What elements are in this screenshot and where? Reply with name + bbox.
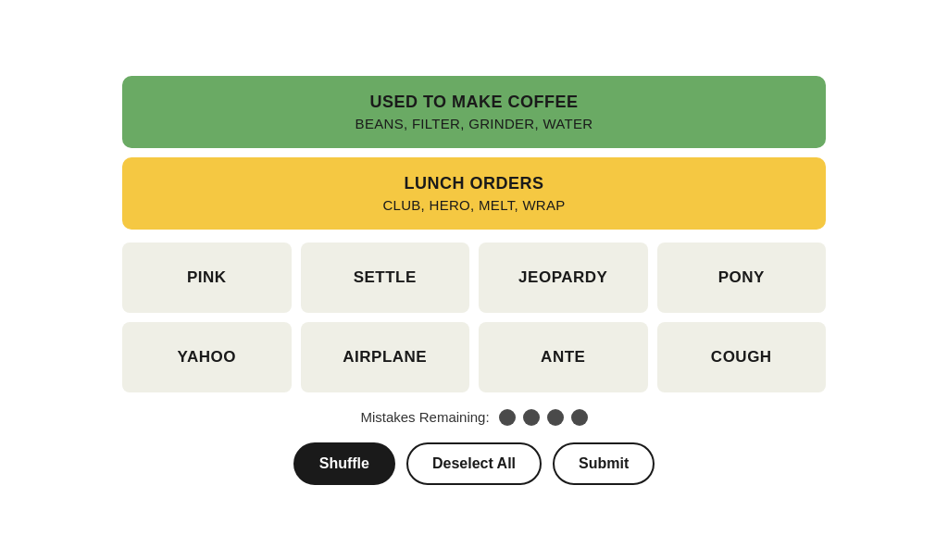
word-grid: PINKSETTLEJEOPARDYPONYYAHOOAIRPLANEANTEC… xyxy=(122,243,826,392)
mistakes-label: Mistakes Remaining: xyxy=(360,409,489,425)
mistakes-dots xyxy=(499,409,588,426)
mistake-dot-1 xyxy=(499,409,516,426)
category-title-yellow: LUNCH ORDERS xyxy=(141,174,807,193)
categories-container: USED TO MAKE COFFEE BEANS, FILTER, GRIND… xyxy=(122,76,826,230)
buttons-section: Shuffle Deselect All Submit xyxy=(122,442,826,485)
mistake-dot-3 xyxy=(547,409,564,426)
category-card-green: USED TO MAKE COFFEE BEANS, FILTER, GRIND… xyxy=(122,76,826,148)
mistake-dot-4 xyxy=(571,409,588,426)
category-card-yellow: LUNCH ORDERS CLUB, HERO, MELT, WRAP xyxy=(122,157,826,230)
word-tile-yahoo[interactable]: YAHOO xyxy=(122,322,292,392)
submit-button[interactable]: Submit xyxy=(553,442,655,485)
word-tile-ante[interactable]: ANTE xyxy=(479,322,648,392)
deselect-button[interactable]: Deselect All xyxy=(406,442,542,485)
word-tile-pink[interactable]: PINK xyxy=(122,243,292,313)
category-words-green: BEANS, FILTER, GRINDER, WATER xyxy=(141,116,807,131)
game-container: USED TO MAKE COFFEE BEANS, FILTER, GRIND… xyxy=(122,57,826,504)
mistakes-section: Mistakes Remaining: xyxy=(122,409,826,426)
word-tile-jeopardy[interactable]: JEOPARDY xyxy=(479,243,648,313)
word-tile-settle[interactable]: SETTLE xyxy=(301,243,470,313)
word-tile-pony[interactable]: PONY xyxy=(657,243,827,313)
shuffle-button[interactable]: Shuffle xyxy=(293,442,395,485)
word-tile-airplane[interactable]: AIRPLANE xyxy=(301,322,470,392)
word-tile-cough[interactable]: COUGH xyxy=(657,322,827,392)
category-words-yellow: CLUB, HERO, MELT, WRAP xyxy=(141,197,807,213)
category-title-green: USED TO MAKE COFFEE xyxy=(141,93,807,112)
mistake-dot-2 xyxy=(523,409,540,426)
